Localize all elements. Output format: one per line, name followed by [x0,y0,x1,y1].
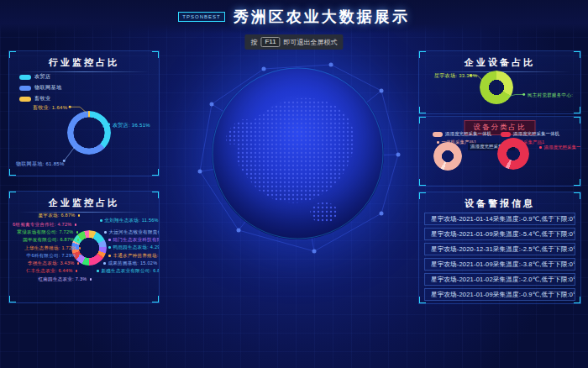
alarm-row: 星宇农场-2021-01-09采集温度:-5.4℃,低于下限:0℃ [424,228,575,240]
callout-minzhucun: 民主村党群服务中心: [528,92,573,98]
logo-badge: TPSONBEST [178,12,224,22]
callout: 红南园生态农业: 7.3% [39,276,92,282]
legend-label: 物联网基地 [34,84,62,92]
callout: 仁丰生态农业: 6.44% [26,268,77,274]
legend-swatch [19,86,31,91]
industry-panel-title: 行业监控占比 [9,51,159,75]
dashboard-root: TPSONBEST 秀洲区农业大数据展示 按 F11 即可退出全屏模式 行业监控… [0,0,588,368]
globe-visualization [212,67,384,239]
hint-prefix: 按 [250,38,257,47]
legend-item[interactable]: 畜牧业 [19,95,62,103]
alarm-row: 星宇农场-2021-01-14采集温度:-0.9℃,低于下限:0℃ [424,213,575,225]
alarm-info-panel: 设备警报信息 星宇农场-2021-01-14采集温度:-0.9℃,低于下限:0℃… [418,192,581,304]
callout: 新穗生态农业有限公司: 6.879 [97,268,160,274]
legend-label: 温湿度光照采集一体机 [513,131,559,137]
industry-donut-chart [67,111,111,155]
legend-label: 温湿度光照采集一体机 [445,131,491,137]
alarm-row: 星宇农场-2021-01-09采集温度:-3.8℃,低于下限:0℃ [424,258,575,271]
callout: 中6科有限公司: 7.29% [27,253,81,259]
legend-swatch [501,132,511,137]
industry-legend: 农贸店 物联网基地 畜牧业 [19,73,62,103]
alarm-list: 星宇农场-2021-01-14采集温度:-0.9℃,低于下限:0℃ 星宇农场-2… [424,213,575,303]
device-class-right-callout: 温湿度光照采集一→ [537,144,581,151]
alarm-row: 星宇农场-2021-01-02采集温度:-2.0℃,低于下限:0℃ [424,273,575,286]
device-class-panel: 设备分类占比 温湿度光照采集一体机 一体机采集产品1 温湿度光照采集一→ 温湿度… [418,116,581,187]
callout: 成果苗圃基地: 15.02% [103,260,157,266]
f11-key-badge: F11 [260,37,280,47]
device-class-right-donut [497,138,529,170]
alarm-row: 星宇农场-2021-01-09采集温度:-0.9℃,低于下限:0℃ [424,288,575,301]
legend-swatch [19,75,31,80]
callout-livestock: 畜牧业: 1.64% [33,104,67,112]
alarm-row: 星宇农场-2020-12-31采集温度:-2.5℃,低于下限:0℃ [424,243,575,255]
callout: 鸭思园生态农场: 4.29 [108,244,160,250]
callout-xingyu: 星宇农场: 33.33% [434,72,477,80]
enterprise-panel-title: 企业监控占比 [9,192,159,215]
device-class-right-legend[interactable]: 温湿度光照采集一体机 [501,131,559,137]
callout: 陆门生态农业科技有限公 [108,237,160,243]
fullscreen-hint: 按 F11 即可退出全屏模式 [244,34,343,50]
callout: 星宇农场: 6.87% [39,213,80,218]
callout: 家绿农场有限公司: 7.72% [17,229,78,235]
enterprise-monitor-panel: 企业监控占比 星宇农场: 6.87% 6组蜀禽专业合作社: 4.72% 家绿农场… [8,191,160,303]
callout: 李强生态农场: 3.43% [28,260,79,266]
legend-swatch [19,97,31,102]
callout: 北刘翔生态农场: 11.56% [100,218,159,223]
hint-suffix: 即可退出全屏模式 [284,38,338,47]
legend-swatch [433,132,443,137]
legend-item[interactable]: 农贸店 [19,73,62,81]
header: TPSONBEST 秀洲区农业大数据展示 [0,0,588,34]
device-class-left-donut [433,142,462,171]
callout: 上华生态养殖场: 1.72% [24,245,81,251]
legend-label: 畜牧业 [34,95,51,103]
callout: 6组蜀禽专业合作社: 4.72% [13,222,76,228]
callout: 大运河生态牧业有限责任公 [104,229,160,235]
callout: 国平发有限公司: 6.87% [23,237,79,243]
page-title: 秀洲区农业大数据展示 [234,7,410,27]
callout-market: 农贸店: 36.51% [113,122,150,129]
device-ratio-donut-chart [480,71,513,104]
callout-iot: 物联网基地: 61.85% [16,160,65,168]
callout: 丰通水产种苗养殖场: 1. [108,253,160,259]
industry-monitor-panel: 行业监控占比 农贸店 物联网基地 畜牧业 畜牧业: 1.64% [8,50,160,176]
legend-label: 农贸店 [34,73,51,81]
device-class-left-legend[interactable]: 温湿度光照采集一体机 [433,131,491,137]
device-ratio-panel: 企业设备占比 星宇农场: 33.33% 民主村党群服务中心: [418,50,581,114]
legend-item[interactable]: 物联网基地 [19,84,62,92]
